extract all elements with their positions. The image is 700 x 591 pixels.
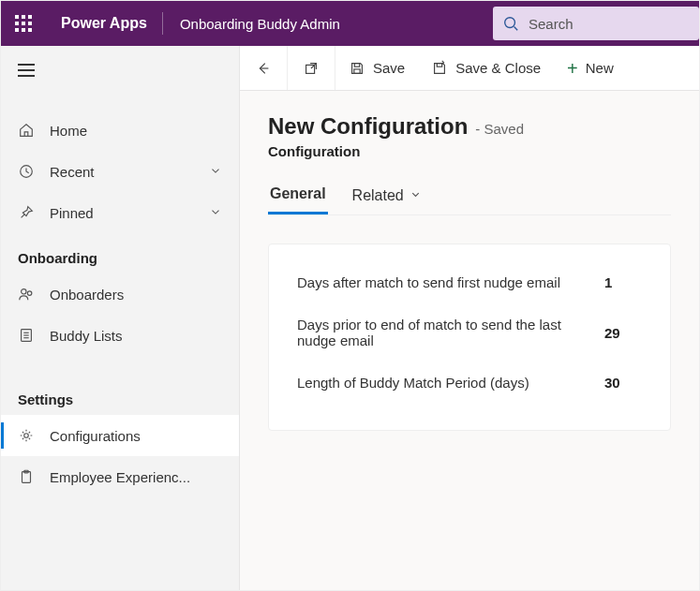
nav-label: Pinned [40, 205, 209, 221]
save-close-icon [431, 60, 448, 77]
chevron-down-icon [209, 164, 222, 180]
arrow-left-icon [255, 60, 272, 77]
clock-icon [18, 163, 40, 180]
global-search[interactable] [493, 7, 699, 40]
svg-rect-16 [354, 63, 359, 66]
global-header: Power Apps Onboarding Buddy Admin [1, 1, 699, 46]
main-content: Save Save & Close + New New Configuratio… [240, 46, 699, 590]
new-label: New [586, 60, 614, 76]
field-row: Days after match to send first nudge ema… [297, 261, 642, 303]
save-button[interactable]: Save [335, 46, 418, 90]
back-button[interactable] [240, 46, 288, 90]
nav-item-configurations[interactable]: Configurations [1, 415, 239, 456]
field-value[interactable]: 30 [604, 375, 642, 391]
nav-item-employee-experience[interactable]: Employee Experienc... [1, 456, 239, 497]
field-label: Length of Buddy Match Period (days) [297, 375, 586, 391]
app-launcher-button[interactable] [1, 1, 46, 46]
svg-line-15 [311, 63, 316, 67]
svg-line-1 [514, 27, 518, 31]
field-row: Days prior to end of match to send the l… [297, 303, 642, 362]
nav-label: Employee Experienc... [40, 469, 222, 485]
waffle-icon [15, 15, 32, 32]
form-card: Days after match to send first nudge ema… [268, 244, 671, 431]
save-icon [349, 60, 365, 77]
hamburger-icon [18, 64, 35, 77]
list-icon [18, 327, 40, 344]
app-body: Home Recent Pinned Onboa [1, 46, 699, 590]
nav-collapse-button[interactable] [1, 50, 239, 91]
svg-rect-18 [438, 63, 442, 66]
chevron-down-icon [410, 187, 422, 204]
svg-point-4 [22, 289, 26, 294]
nav-section-settings: Settings [1, 375, 239, 415]
nav-label: Recent [40, 164, 209, 180]
open-in-new-icon [303, 60, 320, 77]
new-button[interactable]: + New [554, 46, 627, 90]
app-root: Power Apps Onboarding Buddy Admin Home [0, 0, 700, 591]
tab-general[interactable]: General [268, 180, 328, 214]
gear-icon [18, 427, 40, 444]
record-title: New Configuration [268, 113, 468, 140]
nav-label: Home [40, 123, 222, 139]
svg-point-0 [505, 18, 515, 28]
svg-rect-17 [354, 68, 360, 73]
nav-item-pinned[interactable]: Pinned [1, 192, 239, 233]
field-value[interactable]: 1 [604, 274, 642, 290]
search-icon [502, 15, 519, 32]
field-row: Length of Buddy Match Period (days) 30 [297, 362, 642, 404]
save-close-label: Save & Close [455, 60, 541, 76]
tab-related[interactable]: Related [350, 180, 424, 214]
product-name: Power Apps [46, 15, 162, 32]
left-nav: Home Recent Pinned Onboa [1, 46, 240, 590]
nav-item-onboarders[interactable]: Onboarders [1, 273, 239, 315]
command-bar: Save Save & Close + New [240, 46, 699, 91]
nav-item-home[interactable]: Home [1, 110, 239, 151]
plus-icon: + [567, 59, 578, 78]
field-label: Days prior to end of match to send the l… [297, 317, 586, 348]
clipboard-icon [18, 468, 40, 485]
app-title: Onboarding Buddy Admin [163, 16, 357, 32]
pin-icon [18, 204, 40, 221]
nav-item-buddy-lists[interactable]: Buddy Lists [1, 315, 239, 356]
home-icon [18, 122, 40, 139]
svg-line-3 [22, 214, 25, 218]
field-value[interactable]: 29 [604, 325, 642, 341]
save-label: Save [373, 60, 405, 76]
nav-label: Configurations [40, 428, 222, 444]
open-new-window-button[interactable] [288, 46, 335, 90]
nav-label: Onboarders [40, 287, 222, 303]
form-region: New Configuration - Saved Configuration … [240, 91, 699, 590]
field-label: Days after match to send first nudge ema… [297, 274, 586, 290]
nav-item-recent[interactable]: Recent [1, 151, 239, 192]
svg-point-10 [24, 434, 29, 438]
nav-section-onboarding: Onboarding [1, 233, 239, 273]
nav-label: Buddy Lists [40, 328, 222, 344]
record-status: - Saved [475, 121, 524, 137]
search-input[interactable] [527, 15, 686, 33]
svg-point-5 [27, 291, 31, 296]
chevron-down-icon [209, 205, 222, 221]
save-close-button[interactable]: Save & Close [418, 46, 554, 90]
form-tabs: General Related [268, 180, 671, 215]
tab-related-label: Related [352, 187, 404, 204]
people-icon [18, 286, 40, 303]
entity-name: Configuration [268, 143, 671, 159]
page-title: New Configuration - Saved [268, 113, 671, 140]
